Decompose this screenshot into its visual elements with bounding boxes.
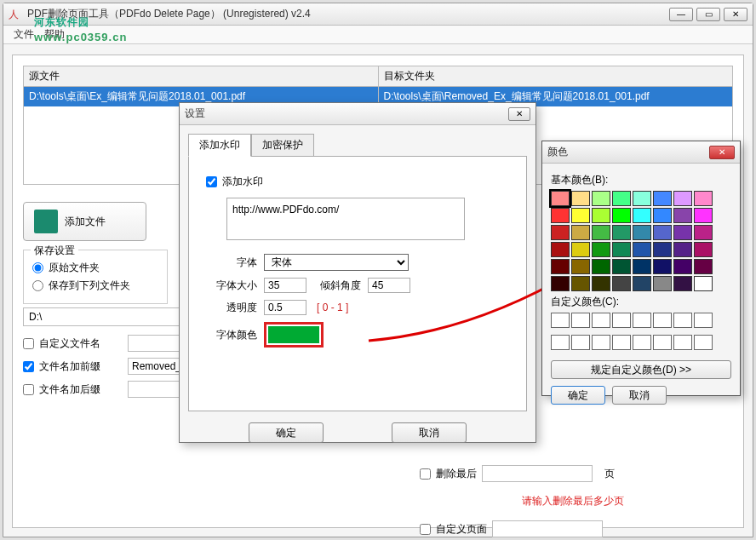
color-cancel-button[interactable]: 取消	[612, 386, 667, 405]
color-swatch[interactable]	[694, 242, 713, 257]
color-swatch[interactable]	[592, 259, 610, 274]
color-swatch[interactable]	[633, 191, 651, 206]
tab-watermark[interactable]: 添加水印	[188, 134, 251, 157]
color-swatch[interactable]	[571, 276, 590, 291]
color-swatch[interactable]	[694, 225, 713, 240]
color-swatch[interactable]	[592, 242, 610, 257]
col-source-header[interactable]: 源文件	[24, 66, 378, 87]
font-size-input[interactable]	[264, 278, 306, 293]
chk-delete-last[interactable]	[420, 468, 431, 480]
color-swatch[interactable]	[694, 259, 713, 274]
maximize-button[interactable]: ▭	[696, 8, 720, 21]
page-options: 删除最后 页 请输入删除最后多少页 自定义页面 添加的格式为: 1,3,5-8,…	[420, 453, 650, 540]
label-font-size: 字体大小	[206, 279, 257, 293]
color-swatch[interactable]	[551, 276, 570, 291]
radio-original-folder[interactable]	[32, 262, 43, 273]
color-swatch[interactable]	[633, 242, 651, 257]
settings-cancel-button[interactable]: 取消	[392, 422, 467, 443]
menu-file[interactable]: 文件	[14, 27, 34, 42]
color-swatch[interactable]	[592, 276, 610, 291]
custom-swatch[interactable]	[612, 335, 631, 350]
color-swatch[interactable]	[633, 276, 651, 291]
color-swatch[interactable]	[633, 225, 651, 240]
custom-pages-input[interactable]	[492, 520, 603, 537]
chk-prefix[interactable]	[23, 361, 34, 372]
color-swatch[interactable]	[653, 276, 672, 291]
color-swatch[interactable]	[653, 242, 672, 257]
color-swatch[interactable]	[694, 191, 713, 206]
color-swatch[interactable]	[694, 208, 713, 223]
custom-swatch[interactable]	[592, 335, 610, 350]
delete-last-input[interactable]	[482, 465, 593, 482]
custom-swatch[interactable]	[612, 313, 631, 328]
color-swatch[interactable]	[673, 191, 692, 206]
add-file-button[interactable]: 添加文件	[23, 202, 146, 241]
color-swatch[interactable]	[612, 191, 631, 206]
color-swatch[interactable]	[673, 276, 692, 291]
custom-swatch[interactable]	[592, 313, 610, 328]
col-target-header[interactable]: 目标文件夹	[379, 66, 733, 87]
color-swatch[interactable]	[592, 208, 610, 223]
color-ok-button[interactable]: 确定	[551, 386, 605, 405]
color-close-button[interactable]: ✕	[709, 146, 735, 159]
close-button[interactable]: ✕	[724, 8, 747, 21]
chk-suffix[interactable]	[23, 384, 34, 395]
custom-swatch[interactable]	[673, 313, 692, 328]
color-swatch[interactable]	[653, 208, 672, 223]
custom-swatch[interactable]	[694, 335, 713, 350]
custom-swatch[interactable]	[551, 335, 570, 350]
custom-swatch[interactable]	[673, 335, 692, 350]
color-swatch[interactable]	[551, 225, 570, 240]
color-swatch[interactable]	[673, 225, 692, 240]
color-swatch[interactable]	[673, 259, 692, 274]
color-swatch[interactable]	[673, 208, 692, 223]
angle-input[interactable]	[368, 278, 410, 293]
custom-swatch[interactable]	[571, 335, 590, 350]
define-custom-color-button[interactable]: 规定自定义颜色(D) >>	[551, 360, 731, 379]
color-swatch[interactable]	[551, 242, 570, 257]
color-swatch[interactable]	[673, 242, 692, 257]
font-color-swatch[interactable]	[264, 322, 324, 348]
minimize-button[interactable]: —	[669, 8, 693, 21]
color-swatch[interactable]	[571, 259, 590, 274]
color-swatch[interactable]	[612, 259, 631, 274]
color-swatch[interactable]	[592, 191, 610, 206]
color-swatch[interactable]	[612, 225, 631, 240]
color-swatch[interactable]	[653, 225, 672, 240]
watermark-text-input[interactable]: http://www.PDFdo.com/	[226, 198, 465, 240]
custom-swatch[interactable]	[633, 313, 651, 328]
color-swatch[interactable]	[571, 191, 590, 206]
custom-swatch[interactable]	[551, 313, 570, 328]
color-swatch[interactable]	[633, 259, 651, 274]
color-swatch[interactable]	[592, 225, 610, 240]
color-swatch[interactable]	[571, 242, 590, 257]
color-swatch[interactable]	[633, 208, 651, 223]
color-swatch[interactable]	[612, 276, 631, 291]
custom-swatch[interactable]	[694, 313, 713, 328]
color-swatch[interactable]	[551, 259, 570, 274]
color-swatch[interactable]	[551, 208, 570, 223]
color-swatch[interactable]	[653, 259, 672, 274]
font-select[interactable]: 宋体	[264, 254, 409, 271]
color-swatch[interactable]	[612, 208, 631, 223]
color-swatch[interactable]	[571, 208, 590, 223]
color-picker-dialog: 颜色 ✕ 基本颜色(B): 自定义颜色(C): 规定自定义颜色(D) >> 确定…	[541, 141, 741, 396]
radio-target-folder[interactable]	[32, 280, 43, 291]
chk-custom-name[interactable]	[23, 338, 34, 349]
custom-swatch[interactable]	[653, 313, 672, 328]
custom-swatch[interactable]	[653, 335, 672, 350]
color-swatch[interactable]	[551, 191, 570, 206]
color-swatch[interactable]	[653, 191, 672, 206]
settings-ok-button[interactable]: 确定	[249, 422, 324, 443]
color-swatch[interactable]	[694, 276, 713, 291]
chk-custom-pages[interactable]	[420, 524, 431, 535]
settings-close-button[interactable]: ✕	[508, 107, 530, 121]
color-swatch[interactable]	[571, 225, 590, 240]
custom-swatch[interactable]	[571, 313, 590, 328]
opacity-input[interactable]	[264, 300, 306, 315]
custom-swatch[interactable]	[633, 335, 651, 350]
color-swatch[interactable]	[612, 242, 631, 257]
menu-help[interactable]: 帮助	[44, 27, 65, 42]
tab-encrypt[interactable]: 加密保护	[251, 134, 314, 157]
chk-add-watermark[interactable]	[206, 176, 217, 187]
